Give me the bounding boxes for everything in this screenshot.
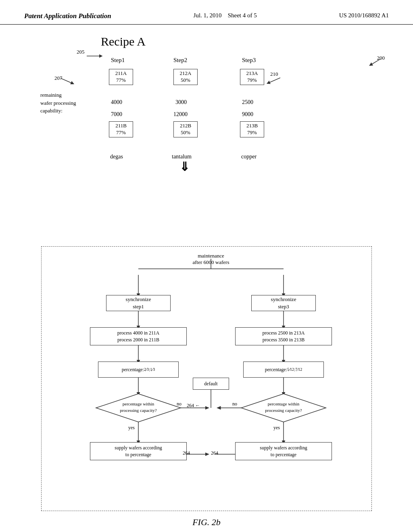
svg-line-3: [268, 78, 280, 83]
mat-copper: copper: [241, 154, 257, 160]
publication-date: Jul. 1, 2010: [194, 12, 222, 19]
publication-title: Patent Application Publication: [24, 12, 111, 20]
svg-text:percentage within: percentage within: [123, 401, 154, 406]
svg-line-2: [60, 78, 73, 83]
header-center: Jul. 1, 2010 Sheet 4 of 5: [194, 12, 257, 19]
arrow-200: [369, 59, 381, 67]
yes-left-label: yes: [128, 425, 135, 431]
page-header: Patent Application Publication Jul. 1, 2…: [0, 0, 413, 25]
step2-label: Step2: [173, 57, 187, 64]
ref-264-b: 264: [183, 450, 190, 456]
step1-label: Step1: [111, 57, 125, 64]
patent-number: US 2010/168892 A1: [339, 12, 389, 19]
sheet-info: Sheet 4 of 5: [228, 12, 257, 19]
svg-line-1: [371, 59, 381, 65]
num-9000: 9000: [242, 111, 253, 118]
figure-label: FIG. 2b: [24, 517, 389, 528]
diamond-right: percentage within processing capacity?: [237, 392, 330, 424]
num-12000: 12000: [173, 111, 188, 118]
default-box: default: [193, 378, 229, 390]
step3-label: Step3: [242, 57, 256, 64]
supply-left-box: supply wafers accordingto percentage: [90, 442, 187, 460]
svg-text:processing capacity?: processing capacity?: [120, 408, 156, 413]
ref-210: 210: [270, 71, 278, 77]
box-212A: 212A50%: [173, 69, 198, 85]
pct-left-box: percentage: 2⁄3 : 1⁄3: [98, 362, 179, 378]
box-211B: 211B77%: [109, 121, 133, 137]
box-211A: 211A77%: [109, 69, 133, 85]
process-213-box: process 2500 in 213Aprocess 3500 in 213B: [235, 327, 332, 345]
arrow-205: [87, 52, 103, 60]
arrow-207: [60, 76, 75, 84]
top-diagram: Recipe A 205 200 Step1 Step2 Step3 207: [24, 33, 389, 242]
pct-right-box: percentage: 5⁄12 : 7⁄12: [243, 362, 324, 378]
arrow-210: [266, 77, 280, 85]
num-3000: 3000: [175, 99, 187, 106]
no-right-label: no: [232, 401, 237, 407]
svg-text:percentage within: percentage within: [268, 401, 300, 406]
recipe-title: Recipe A: [101, 35, 146, 48]
maintenance-text: maintenanceafter 6000 wafers: [171, 253, 251, 266]
diamond-left: percentage within processing capacity?: [92, 392, 185, 424]
svg-text:processing capacity?: processing capacity?: [265, 408, 302, 413]
process-211-box: process 4000 in 211Aprocess 2000 in 211B: [90, 327, 187, 345]
supply-right-box: supply wafers accordingto percentage: [235, 442, 332, 460]
ref-264-c: 264: [211, 450, 218, 456]
box-212B: 212B50%: [173, 121, 198, 137]
mat-tantalum: tantalum: [172, 154, 192, 160]
num-4000: 4000: [111, 99, 122, 106]
num-7000: 7000: [111, 111, 122, 118]
ref-264-a: 264 ←: [187, 403, 200, 409]
mat-degas: degas: [110, 154, 123, 160]
num-2500: 2500: [242, 99, 253, 106]
sync-step1-box: synchronizestep1: [106, 295, 171, 311]
sync-step3-box: synchronizestep3: [251, 295, 316, 311]
no-left-label: no: [177, 401, 181, 407]
flowchart-dashed-box: maintenanceafter 6000 wafers synchronize…: [41, 246, 372, 511]
main-content: Recipe A 205 200 Step1 Step2 Step3 207: [0, 25, 413, 532]
flowchart-container: maintenanceafter 6000 wafers synchronize…: [50, 253, 363, 503]
double-arrow-down: ⇓: [179, 161, 190, 173]
box-213B: 213B79%: [240, 121, 264, 137]
remaining-label: remainingwafer processingcapability:: [40, 91, 76, 115]
yes-right-label: yes: [273, 425, 280, 431]
ref-205: 205: [77, 49, 85, 55]
box-213A: 213A79%: [240, 69, 264, 85]
